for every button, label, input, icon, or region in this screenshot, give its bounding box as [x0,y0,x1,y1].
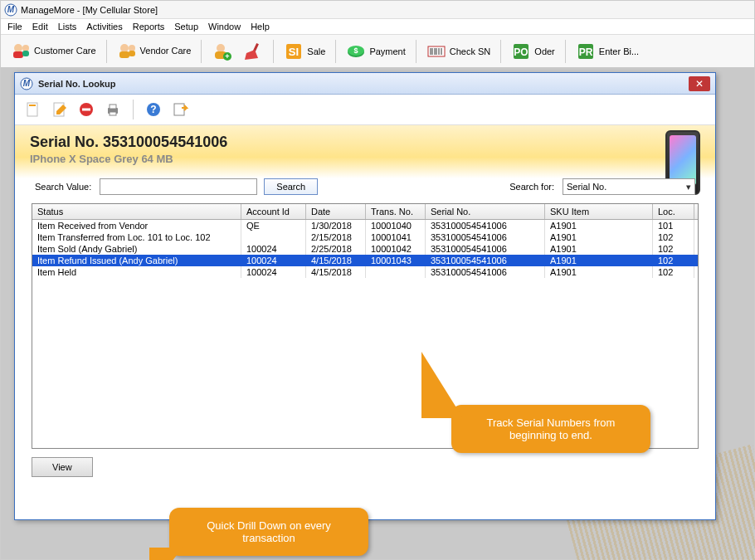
svg-text:PR: PR [578,46,592,58]
vendor-care-label: Vendor Care [140,46,192,56]
svg-rect-40 [110,112,116,115]
svg-rect-37 [82,109,90,111]
col-loc[interactable]: Loc. [653,204,694,219]
cell: 10001042 [366,243,426,255]
customer-care-button[interactable]: Customer Care [6,38,101,65]
menu-reports[interactable]: Reports [133,22,165,32]
col-trans[interactable]: Trans. No. [366,204,426,219]
svg-rect-7 [119,51,129,58]
toolbar-sep [500,40,501,63]
svg-text:?: ? [150,104,156,115]
toolbar-sep [416,40,416,63]
table-row[interactable]: Item Received from VendorQE1/30/20181000… [32,220,698,231]
enter-bill-icon: PR [576,41,596,61]
cell: 10001041 [366,231,426,243]
menu-window[interactable]: Window [208,22,241,32]
new-button[interactable] [23,100,43,119]
cell: 10001040 [366,220,426,231]
cell: 4/15/2018 [306,255,366,266]
edit-button[interactable] [50,100,70,119]
vendor-care-button[interactable]: Vendor Care [112,38,197,65]
grid-body: Item Received from VendorQE1/30/20181000… [32,220,698,278]
cell: Item Sold (Andy Gabriel) [32,243,241,255]
app-logo-icon: M [4,3,17,17]
mdi-area: M Serial No. Lookup ✕ ? Serial No. [1,67,754,559]
cell: 102 [653,243,694,255]
cell: 102 [653,255,694,266]
app-title: ManageMore - [My Cellular Store] [21,5,158,15]
print-button[interactable] [103,100,123,119]
menubar: File Edit Lists Activities Reports Setup… [1,19,754,35]
sale-button[interactable]: SI Sale [279,38,330,65]
svg-text:M: M [7,5,15,14]
window-logo-icon: M [20,77,33,90]
svg-text:PO: PO [514,46,528,58]
col-serial[interactable]: Serial No. [426,204,545,219]
svg-rect-39 [110,105,116,109]
search-value-input[interactable] [100,178,257,195]
menu-lists[interactable]: Lists [58,22,77,32]
svg-point-10 [217,44,225,52]
menu-activities[interactable]: Activities [86,22,122,32]
cell: 353100054541006 [426,220,545,231]
serial-heading: Serial No. 353100054541006 [30,134,700,151]
check-sn-button[interactable]: Check SN [421,38,496,65]
serial-header: Serial No. 353100054541006 IPhone X Spac… [15,125,715,178]
menu-edit[interactable]: Edit [32,22,48,32]
col-account[interactable]: Account Id [241,204,306,219]
cell: 353100054541006 [426,255,545,266]
toolbar-sep [106,40,107,63]
export-button[interactable] [170,100,190,119]
enter-bill-label: Enter Bi... [599,46,639,56]
table-row[interactable]: Item Sold (Andy Gabriel)1000242/25/20181… [32,243,698,255]
cell: A1901 [545,220,653,231]
cell: 1/30/2018 [306,220,366,231]
cell: 101 [653,220,694,231]
cell: A1901 [545,231,653,243]
main-toolbar: Customer Care Vendor Care + SI Sale $ Pa… [1,35,754,68]
cell: 2/25/2018 [306,243,366,255]
table-row[interactable]: Item Held1000244/15/2018353100054541006A… [32,266,698,278]
add-user-button[interactable]: + [207,38,236,65]
payment-button[interactable]: $ Payment [341,38,410,65]
cell: 353100054541006 [426,266,545,278]
cell: 353100054541006 [426,243,545,255]
cell: Item Transferred from Loc. 101 to Loc. 1… [32,231,241,243]
menu-setup[interactable]: Setup [174,22,198,32]
cell: Item Received from Vendor [32,220,241,231]
search-button[interactable]: Search [264,178,318,195]
col-status[interactable]: Status [32,204,241,219]
toolbar-sep [273,40,274,63]
search-for-select[interactable]: Serial No. [563,178,695,195]
child-titlebar[interactable]: M Serial No. Lookup ✕ [15,73,715,95]
cell [241,231,306,243]
close-button[interactable]: ✕ [689,76,710,91]
enter-bill-button[interactable]: PR Enter Bi... [571,38,644,65]
menu-file[interactable]: File [7,22,22,32]
broom-icon [243,41,263,61]
cell: 10001043 [366,255,426,266]
search-value-label: Search Value: [35,182,91,192]
table-row[interactable]: Item Transferred from Loc. 101 to Loc. 1… [32,231,698,243]
serial-label: Serial No. [30,134,99,150]
cell: A1901 [545,266,653,278]
cell: 102 [653,266,694,278]
cell: A1901 [545,243,653,255]
col-sku[interactable]: SKU Item [545,204,653,219]
svg-point-2 [14,44,22,52]
customer-care-label: Customer Care [34,46,96,56]
clean-button[interactable] [238,38,268,65]
col-date[interactable]: Date [306,204,366,219]
cell: A1901 [545,255,653,266]
delete-button[interactable] [76,100,96,119]
svg-point-4 [22,45,29,51]
order-button[interactable]: PO Oder [506,38,559,65]
callout-track: Track Serial Numbers from beginning to e… [451,405,650,453]
svg-point-8 [129,45,135,51]
titlebar: M ManageMore - [My Cellular Store] [1,1,754,19]
menu-help[interactable]: Help [251,22,270,32]
payment-label: Payment [369,46,405,56]
help-button[interactable]: ? [144,100,163,119]
table-row[interactable]: Item Refund Issued (Andy Gabriel)1000244… [32,255,698,266]
view-button[interactable]: View [32,457,93,477]
